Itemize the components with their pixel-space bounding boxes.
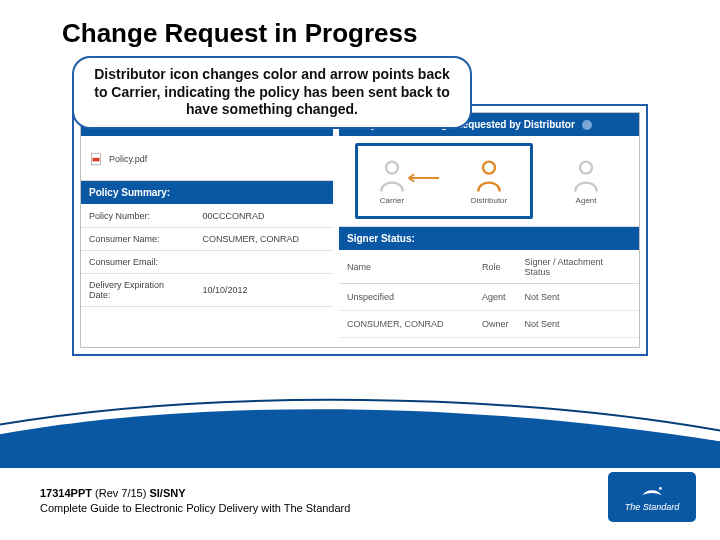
table-row: Unspecified Agent Not Sent bbox=[339, 284, 639, 311]
footer-rev: (Rev 7/15) bbox=[92, 487, 149, 499]
label: Consumer Name: bbox=[81, 228, 194, 251]
info-icon bbox=[582, 120, 592, 130]
value: CONSUMER, CONRAD bbox=[194, 228, 333, 251]
swoosh-graphic bbox=[0, 388, 720, 468]
svg-point-5 bbox=[659, 487, 662, 490]
screenshot-panel: Document: Policy.pdf Policy Summary: Pol… bbox=[72, 104, 648, 356]
table-row: Delivery Expiration Date:10/10/2012 bbox=[81, 274, 333, 307]
right-column: Policy Status: Change Requested by Distr… bbox=[339, 113, 639, 347]
footer-code: 17314PPT bbox=[40, 487, 92, 499]
cell: Unspecified bbox=[339, 284, 474, 311]
col-status: Signer / Attachment Status bbox=[517, 251, 639, 284]
svg-point-3 bbox=[483, 162, 495, 174]
svg-point-4 bbox=[580, 162, 592, 174]
table-row: Policy Number:00CCCONRAD bbox=[81, 205, 333, 228]
actor-label: Carrier bbox=[380, 196, 404, 205]
document-name: Policy.pdf bbox=[109, 154, 147, 164]
value: 10/10/2012 bbox=[194, 274, 333, 307]
value: 00CCCONRAD bbox=[194, 205, 333, 228]
label: Consumer Email: bbox=[81, 251, 194, 274]
summary-header: Policy Summary: bbox=[81, 181, 333, 205]
signer-header: Signer Status: bbox=[339, 227, 639, 251]
cell: Not Sent bbox=[517, 311, 639, 338]
actor-label: Distributor bbox=[471, 196, 507, 205]
pdf-icon bbox=[89, 152, 103, 166]
footer: 17314PPT (Rev 7/15) SI/SNY Complete Guid… bbox=[40, 486, 350, 516]
label: Policy Number: bbox=[81, 205, 194, 228]
footer-region: SI/SNY bbox=[149, 487, 185, 499]
person-icon bbox=[571, 158, 601, 194]
table-row: Consumer Name:CONSUMER, CONRAD bbox=[81, 228, 333, 251]
footer-guide: Complete Guide to Electronic Policy Deli… bbox=[40, 501, 350, 516]
actor-label: Agent bbox=[576, 196, 597, 205]
actor-agent: Agent bbox=[571, 158, 601, 205]
brand-logo: The Standard bbox=[608, 472, 696, 522]
label: Delivery Expiration Date: bbox=[81, 274, 194, 307]
table-row: CONSUMER, CONRAD Owner Not Sent bbox=[339, 311, 639, 338]
arrow-left-icon bbox=[401, 173, 439, 183]
cell: CONSUMER, CONRAD bbox=[339, 311, 474, 338]
logo-text: The Standard bbox=[625, 502, 680, 512]
svg-point-2 bbox=[386, 162, 398, 174]
eagle-icon bbox=[640, 483, 664, 501]
page-title: Change Request in Progress bbox=[0, 0, 720, 53]
col-role: Role bbox=[474, 251, 517, 284]
cell: Not Sent bbox=[517, 284, 639, 311]
person-icon bbox=[474, 158, 504, 194]
value bbox=[194, 251, 333, 274]
col-name: Name bbox=[339, 251, 474, 284]
summary-table: Policy Number:00CCCONRAD Consumer Name:C… bbox=[81, 205, 333, 307]
actor-distributor: Distributor bbox=[471, 158, 507, 205]
cell: Owner bbox=[474, 311, 517, 338]
document-row: Policy.pdf bbox=[81, 137, 333, 181]
callout-bubble: Distributor icon changes color and arrow… bbox=[72, 56, 472, 129]
signer-table: Name Role Signer / Attachment Status Uns… bbox=[339, 251, 639, 338]
cell: Agent bbox=[474, 284, 517, 311]
workflow-diagram: Carrier Distributor Agent bbox=[339, 137, 639, 227]
svg-rect-1 bbox=[93, 157, 100, 161]
table-row: Consumer Email: bbox=[81, 251, 333, 274]
left-column: Document: Policy.pdf Policy Summary: Pol… bbox=[81, 113, 333, 347]
panel-inner: Document: Policy.pdf Policy Summary: Pol… bbox=[80, 112, 640, 348]
